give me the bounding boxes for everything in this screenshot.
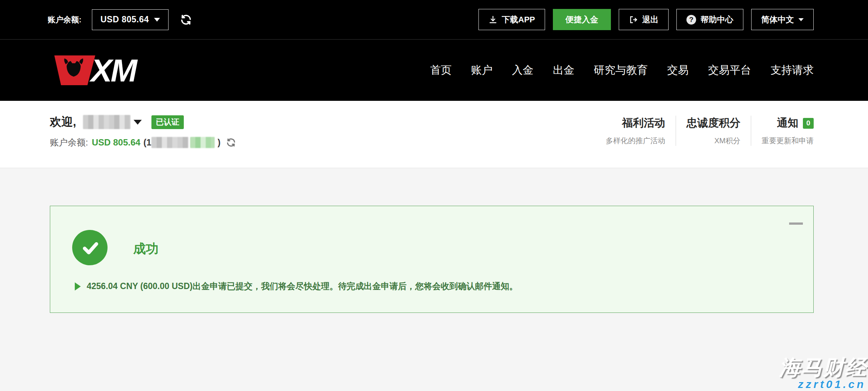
nav-item-platforms[interactable]: 交易平台 (708, 63, 751, 78)
quick-deposit-label: 便捷入金 (566, 14, 598, 25)
download-icon (489, 15, 497, 24)
logout-button[interactable]: 退出 (619, 9, 669, 30)
refresh-account-icon[interactable] (226, 137, 236, 148)
account-number-close: ) (218, 137, 221, 148)
balance-label: 账户余额: (50, 137, 88, 148)
top-actions: 下载APP 便捷入金 退出 ? 帮助中心 简体中文 (478, 9, 814, 30)
nav-item-deposit[interactable]: 入金 (512, 63, 534, 78)
chevron-down-icon (154, 18, 160, 22)
watermark-url: zzrt01.cn (779, 378, 868, 390)
loyalty-title: 忠诚度积分 (686, 116, 740, 131)
notifications-subtitle: 重要更新和申请 (762, 136, 814, 146)
account-balance-line: 账户余额: USD 805.64 (1 ) (50, 137, 236, 148)
main-navbar: XM 首页 账户 入金 出金 研究与教育 交易 交易平台 支持请求 (0, 39, 868, 101)
account-type-redacted (190, 137, 215, 148)
xm-bull-emblem-icon (49, 53, 97, 87)
welcome-info: 欢迎, 已认证 账户余额: USD 805.64 (1 ) (50, 114, 236, 148)
page: 账户余额: USD 805.64 下载APP 便捷入金 (0, 0, 868, 391)
balance-label: 账户余额: (48, 15, 81, 25)
username-redacted (83, 115, 131, 129)
promotions-title: 福利活动 (622, 116, 665, 131)
logout-label: 退出 (642, 14, 659, 25)
promotions-link[interactable]: 福利活动 多样化的推广活动 (595, 116, 676, 146)
loyalty-points-link[interactable]: 忠诚度积分 XM积分 (676, 116, 751, 146)
success-title: 成功 (133, 240, 158, 257)
xm-logo-text: XM (91, 54, 136, 86)
nav-item-trading[interactable]: 交易 (667, 63, 689, 78)
notifications-link[interactable]: 通知 0 重要更新和申请 (751, 116, 814, 146)
top-utility-bar: 账户余额: USD 805.64 下载APP 便捷入金 (0, 0, 868, 39)
success-check-icon (72, 230, 108, 265)
download-app-button[interactable]: 下载APP (478, 9, 545, 30)
welcome-strip: 欢迎, 已认证 账户余额: USD 805.64 (1 ) (0, 101, 868, 168)
account-number-redacted (151, 137, 189, 148)
success-message: 4256.04 CNY (600.00 USD)出金申请已提交，我们将会尽快处理… (87, 281, 518, 292)
nav-item-home[interactable]: 首页 (430, 63, 452, 78)
chevron-down-icon (798, 18, 804, 21)
language-label: 简体中文 (761, 14, 794, 25)
download-app-label: 下载APP (502, 14, 535, 25)
nav-item-accounts[interactable]: 账户 (471, 63, 493, 78)
help-center-label: 帮助中心 (701, 14, 733, 25)
promotions-subtitle: 多样化的推广活动 (606, 136, 665, 146)
balance-value: USD 805.64 (100, 15, 149, 25)
notifications-count-badge: 0 (803, 118, 814, 129)
balance-value: USD 805.64 (92, 137, 141, 148)
question-circle-icon: ? (686, 15, 696, 25)
nav-item-support[interactable]: 支持请求 (771, 63, 814, 78)
verified-badge: 已认证 (151, 115, 184, 129)
watermark: 海马财经 zzrt01.cn (779, 357, 868, 390)
notifications-title: 通知 (777, 116, 798, 131)
nav-menu: 首页 账户 入金 出金 研究与教育 交易 交易平台 支持请求 (430, 63, 814, 78)
account-switch-caret-icon[interactable] (134, 120, 142, 125)
quick-deposit-button[interactable]: 便捷入金 (553, 9, 611, 30)
language-selector[interactable]: 简体中文 (751, 9, 814, 30)
collapse-minus-icon[interactable] (789, 222, 803, 225)
nav-item-withdraw[interactable]: 出金 (553, 63, 574, 78)
account-balance-group: 账户余额: USD 805.64 (48, 9, 192, 30)
nav-item-research-education[interactable]: 研究与教育 (594, 63, 648, 78)
refresh-balance-icon[interactable] (180, 13, 192, 26)
balance-dropdown[interactable]: USD 805.64 (92, 9, 169, 30)
welcome-quick-links: 福利活动 多样化的推广活动 忠诚度积分 XM积分 通知 0 重要更新和申请 (595, 116, 814, 146)
logout-icon (629, 15, 638, 24)
help-center-button[interactable]: ? 帮助中心 (676, 9, 743, 30)
triangle-bullet-icon (75, 282, 81, 291)
main-content: 成功 4256.04 CNY (600.00 USD)出金申请已提交，我们将会尽… (0, 168, 868, 391)
loyalty-subtitle: XM积分 (686, 136, 740, 146)
watermark-cn: 海马财经 (779, 357, 868, 378)
success-message-row: 4256.04 CNY (600.00 USD)出金申请已提交，我们将会尽快处理… (75, 281, 518, 292)
success-alert: 成功 4256.04 CNY (600.00 USD)出金申请已提交，我们将会尽… (50, 206, 814, 313)
account-number-open: (1 (143, 137, 151, 148)
greeting-text: 欢迎, (50, 114, 76, 130)
xm-logo[interactable]: XM (49, 53, 136, 87)
